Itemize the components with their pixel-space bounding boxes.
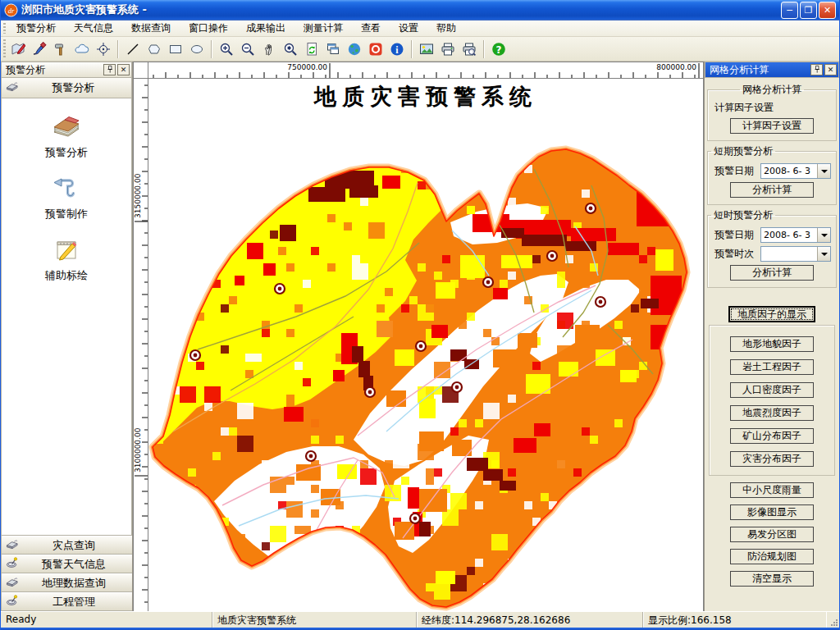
extra-button-3[interactable]: 易发分区图 [730, 527, 814, 542]
group-bar-1[interactable]: 灾点查询 [2, 536, 132, 555]
zoom-out-icon[interactable] [238, 39, 258, 59]
left-panel-groups: 灾点查询预警天气信息地理数据查询工程管理 [1, 535, 132, 611]
left-panel-header[interactable]: 预警分析 [1, 78, 132, 98]
warning-map[interactable] [148, 79, 703, 611]
town-marker[interactable] [365, 387, 375, 397]
group-bar-3[interactable]: 地理数据查询 [2, 573, 132, 592]
tool-item-2[interactable]: 预警制作 [45, 174, 88, 221]
factor-button-3[interactable]: 人口密度因子 [730, 382, 814, 398]
right-panel: 网格分析计算 ✕ 网格分析计算 计算因子设置 计算因子设置 短期预警分析 预警日… [704, 62, 839, 611]
factor-button-5[interactable]: 矿山分布因子 [730, 428, 814, 444]
menu-item-4[interactable]: 窗口操作 [180, 20, 237, 37]
polygon-icon[interactable] [144, 39, 164, 59]
image-icon[interactable] [417, 39, 436, 59]
menu-item-1[interactable]: 预警分析 [7, 20, 65, 37]
cascade-icon[interactable] [323, 39, 343, 59]
extra-button-5[interactable]: 清空显示 [730, 571, 814, 587]
factor-button-6[interactable]: 灾害分布因子 [730, 451, 814, 467]
minimize-button[interactable]: ─ [781, 2, 798, 19]
town-marker[interactable] [452, 382, 462, 392]
left-panel-pin-button[interactable] [103, 64, 116, 75]
refresh-icon[interactable] [302, 39, 322, 59]
menu-item-6[interactable]: 测量计算 [294, 20, 352, 37]
left-panel-header-label: 预警分析 [19, 80, 128, 95]
svg-text:3150000.00: 3150000.00 [134, 173, 142, 218]
town-marker[interactable] [586, 203, 596, 213]
town-marker[interactable] [275, 284, 285, 294]
pan-icon[interactable] [259, 39, 279, 59]
map-canvas[interactable]: 地质灾害预警系统 [148, 79, 703, 611]
chevron-down-icon[interactable] [817, 164, 830, 178]
tool-item-label: 预警分析 [45, 145, 88, 160]
short-term-calc-button[interactable]: 分析计算 [730, 182, 814, 198]
tool-item-3[interactable]: 辅助标绘 [45, 235, 88, 283]
horizontal-ruler: 750000.00800000.00 [148, 62, 703, 79]
info-icon[interactable]: i [387, 39, 407, 59]
menu-item-2[interactable]: 天气信息 [65, 20, 122, 37]
right-panel-pin-button[interactable] [810, 64, 823, 75]
restore-button[interactable]: ❐ [800, 2, 817, 19]
factor-button-1[interactable]: 地形地貌因子 [730, 336, 814, 352]
zoom-extent-icon[interactable] [281, 39, 300, 59]
paint-icon[interactable] [30, 39, 49, 59]
stop-icon[interactable] [366, 39, 386, 59]
line-icon[interactable] [123, 39, 143, 59]
svg-text:dr: dr [8, 6, 15, 14]
short-time-date-label: 预警日期 [714, 228, 760, 242]
short-term-date-combobox[interactable]: 2008- 6- 3 [760, 163, 831, 179]
ellipse-icon[interactable] [187, 39, 207, 59]
town-marker[interactable] [190, 350, 200, 360]
menu-item-5[interactable]: 成果输出 [237, 20, 294, 37]
left-panel-close-button[interactable]: ✕ [117, 64, 130, 75]
factor-button-2[interactable]: 岩土工程因子 [730, 359, 814, 375]
help-icon[interactable]: ? [489, 39, 509, 59]
cloud-icon[interactable] [72, 39, 92, 59]
short-time-calc-button[interactable]: 分析计算 [730, 265, 814, 281]
status-segment-4: 显示比例:166.158 [643, 612, 826, 628]
scanner-icon [5, 80, 19, 95]
left-panel: 预警分析 ✕ 预警分析 预警分析预警制作辅助标绘 灾点查询预警天气信息地理数据查… [1, 62, 133, 611]
tool-item-1[interactable]: 预警分析 [45, 112, 88, 160]
short-term-legend: 短期预警分析 [711, 144, 775, 158]
town-marker[interactable] [547, 251, 557, 261]
geology-factor-display-button[interactable]: 地质因子的显示 [728, 306, 815, 322]
grid-analysis-legend: 网格分析计算 [740, 83, 804, 97]
sketch-icon [52, 235, 81, 266]
factor-setting-button[interactable]: 计算因子设置 [730, 118, 814, 134]
chevron-down-icon[interactable] [817, 247, 830, 261]
town-marker[interactable] [483, 277, 493, 287]
rectangle-icon[interactable] [166, 39, 185, 59]
town-marker[interactable] [596, 297, 605, 307]
group-bar-2[interactable]: 预警天气信息 [2, 555, 132, 573]
edit-map-icon[interactable] [8, 39, 28, 59]
menu-grip[interactable] [1, 21, 7, 36]
right-panel-close-button[interactable]: ✕ [824, 64, 837, 75]
left-panel-body: 预警分析预警制作辅助标绘 [1, 98, 132, 535]
menu-item-8[interactable]: 设置 [390, 20, 427, 37]
globe-icon[interactable] [345, 39, 364, 59]
menu-item-3[interactable]: 数据查询 [122, 20, 180, 37]
short-term-group: 短期预警分析 预警日期 2008- 6- 3 分析计算 [707, 144, 837, 205]
short-time-hour-combobox[interactable] [760, 246, 831, 262]
print-preview-icon[interactable] [459, 39, 479, 59]
zoom-in-icon[interactable] [217, 39, 236, 59]
town-marker[interactable] [416, 341, 426, 351]
window-title: 浏阳市地质灾害预警系统 - [21, 2, 779, 17]
print-icon[interactable] [438, 39, 458, 59]
chevron-down-icon[interactable] [817, 228, 830, 242]
group-bar-4[interactable]: 工程管理 [2, 592, 132, 611]
town-marker[interactable] [306, 451, 316, 461]
extra-button-2[interactable]: 影像图显示 [730, 504, 814, 520]
locate-icon[interactable] [94, 39, 113, 59]
town-marker[interactable] [410, 514, 420, 523]
factor-button-4[interactable]: 地震烈度因子 [730, 405, 814, 421]
hammer-icon[interactable] [51, 39, 71, 59]
menu-item-9[interactable]: 帮助 [427, 20, 465, 37]
toolbar-grip[interactable] [1, 37, 7, 61]
short-time-date-combobox[interactable]: 2008- 6- 3 [760, 227, 831, 243]
menu-item-7[interactable]: 查看 [352, 20, 390, 37]
resize-grip[interactable] [826, 612, 839, 628]
extra-button-4[interactable]: 防治规划图 [730, 549, 814, 564]
close-button[interactable]: ✕ [819, 2, 836, 19]
extra-button-1[interactable]: 中小尺度雨量 [730, 482, 814, 498]
